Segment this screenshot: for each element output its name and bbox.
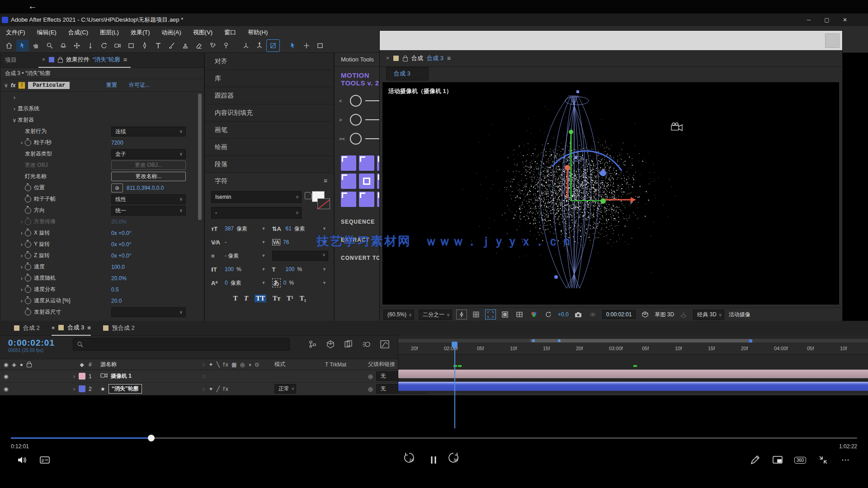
forward-30-button[interactable]: 30 bbox=[449, 453, 462, 467]
chevron-down-icon[interactable]: ▼ bbox=[322, 281, 326, 285]
camera-tool-tool-icon[interactable] bbox=[111, 40, 124, 52]
property-dropdown[interactable]: 盒子 bbox=[111, 149, 186, 159]
close-button[interactable]: ✕ bbox=[842, 17, 848, 23]
timeline-tab-合成 3[interactable]: ×合成 3≡ bbox=[52, 320, 91, 336]
visibility-eye-icon[interactable]: ◉ bbox=[4, 373, 8, 380]
property-value[interactable]: 0x +0.0° bbox=[111, 253, 132, 259]
region-of-interest-icon[interactable] bbox=[486, 310, 495, 319]
chevron-down-icon[interactable]: ▼ bbox=[262, 281, 266, 285]
clone-stamp-tool-icon[interactable] bbox=[179, 40, 192, 52]
seek-knob[interactable] bbox=[148, 435, 155, 441]
back-icon[interactable]: ← bbox=[28, 1, 37, 11]
chevron-right-icon[interactable]: › bbox=[19, 140, 25, 146]
dolly-camera-tool-icon[interactable] bbox=[84, 40, 97, 52]
effect-name[interactable]: Particular bbox=[28, 82, 70, 89]
home-tool-icon[interactable] bbox=[3, 40, 15, 52]
layer-name[interactable]: “消失”轮廓 bbox=[108, 384, 142, 394]
tab-内容识别填充[interactable]: 内容识别填充 bbox=[205, 104, 334, 122]
frame-blending-icon[interactable] bbox=[344, 340, 353, 350]
menu-item-7[interactable]: 窗口 bbox=[218, 26, 242, 39]
chevron-right-icon[interactable]: › bbox=[11, 106, 18, 112]
edit-pencil-icon[interactable] bbox=[748, 453, 762, 467]
motion-blur-icon[interactable] bbox=[362, 340, 371, 350]
exposure-value[interactable]: +0.0 bbox=[558, 311, 569, 318]
comp-tab-name[interactable]: 合成 3 bbox=[427, 54, 443, 62]
axis-world-tool-icon[interactable] bbox=[253, 40, 266, 52]
effect-row-速度分布[interactable]: ›速度分布0.5 bbox=[0, 284, 204, 295]
floating-window-titlebar[interactable] bbox=[380, 31, 842, 50]
marker-square[interactable] bbox=[749, 339, 752, 343]
tab-character[interactable]: 字符 ≡ bbox=[205, 173, 334, 188]
pan-camera-tool-icon[interactable] bbox=[71, 40, 83, 52]
close-icon[interactable]: × bbox=[52, 324, 55, 331]
chevron-down-icon[interactable]: ∨ bbox=[11, 117, 18, 123]
pickwhip-icon[interactable]: ◎ bbox=[368, 373, 373, 380]
ground-plane-icon[interactable] bbox=[679, 310, 689, 319]
trkmat-column[interactable]: T TrkMat bbox=[325, 361, 368, 368]
renderer-select[interactable]: 经典 3D bbox=[693, 310, 724, 320]
close-icon[interactable]: × bbox=[42, 56, 45, 63]
font-style-select[interactable]: - bbox=[211, 207, 302, 219]
transparency-grid-icon[interactable] bbox=[471, 310, 481, 319]
property-dropdown[interactable]: 统一 bbox=[111, 206, 186, 216]
effect-row-发射器尺寸[interactable]: 发射器尺寸 bbox=[0, 306, 204, 318]
license-link[interactable]: 许可证... bbox=[129, 81, 150, 89]
anchor-cell-0[interactable] bbox=[341, 155, 356, 171]
eraser-tool-icon[interactable] bbox=[193, 40, 205, 52]
picture-in-picture-icon[interactable] bbox=[771, 453, 784, 467]
panel-menu-icon[interactable]: ≡ bbox=[123, 56, 127, 63]
type-style-button-4[interactable]: T¹ bbox=[287, 295, 293, 302]
anchor-cell-6[interactable] bbox=[341, 192, 356, 207]
badge-360-icon[interactable]: 360 bbox=[793, 453, 807, 467]
layer-name[interactable]: 摄像机 1 bbox=[111, 372, 132, 380]
type-style-button-1[interactable]: T bbox=[244, 295, 248, 302]
view-layout-select[interactable]: 活动摄像 bbox=[729, 311, 750, 319]
roto-brush-tool-icon[interactable] bbox=[206, 40, 219, 52]
type-style-button-0[interactable]: T bbox=[233, 295, 238, 302]
anchor-cell-4[interactable] bbox=[359, 174, 374, 189]
type-tool-icon[interactable] bbox=[152, 40, 165, 52]
menu-item-0[interactable]: 文件(F) bbox=[0, 26, 31, 39]
stopwatch-icon[interactable] bbox=[25, 286, 31, 293]
tab-effect-controls[interactable]: × 效果控件 “消失”轮廓 ≡ bbox=[38, 52, 131, 68]
stopwatch-icon[interactable] bbox=[25, 298, 31, 304]
effect-row-粒子/秒[interactable]: ›粒子/秒7200 bbox=[0, 137, 204, 148]
viewer-timecode[interactable]: 0:00:02:01 bbox=[602, 310, 636, 319]
rectangle-tool-icon[interactable] bbox=[125, 40, 137, 52]
plus-tool-icon[interactable] bbox=[300, 40, 313, 52]
draft-3d-label[interactable]: 草图 3D bbox=[655, 311, 674, 319]
composition-flowchart-icon[interactable] bbox=[308, 340, 317, 350]
composition-viewer[interactable]: 活动摄像机（摄像机 1） bbox=[382, 82, 839, 305]
exit-fullscreen-icon[interactable] bbox=[816, 453, 830, 467]
effect-row-灯光名称[interactable]: 灯光名称更改名称... bbox=[0, 171, 204, 182]
menu-item-2[interactable]: 合成(C) bbox=[62, 26, 94, 39]
tab-画笔[interactable]: 画笔 bbox=[205, 122, 334, 139]
chevron-right-icon[interactable]: › bbox=[19, 230, 25, 236]
chevron-down-icon[interactable]: ▼ bbox=[322, 226, 326, 231]
property-value[interactable]: 100.0 bbox=[111, 264, 125, 270]
chevron-down-icon[interactable]: ▼ bbox=[262, 226, 266, 231]
menu-item-3[interactable]: 图层(L) bbox=[94, 26, 125, 39]
marker-dot[interactable] bbox=[558, 339, 561, 342]
effect-row-X 旋转[interactable]: ›X 旋转0x +0.0° bbox=[0, 227, 204, 239]
font-size-field[interactable]: тT 387 像素 ▼ bbox=[211, 223, 268, 234]
source-name-column[interactable]: 源名称 bbox=[100, 361, 202, 368]
stopwatch-icon[interactable] bbox=[25, 207, 31, 214]
layer-switches[interactable]: ◌ bbox=[202, 373, 274, 380]
composition-viewport[interactable] bbox=[383, 83, 839, 304]
menu-item-8[interactable]: 帮助(H) bbox=[242, 26, 274, 39]
property-value[interactable]: 0x +0.0° bbox=[111, 230, 132, 236]
stopwatch-icon[interactable] bbox=[25, 230, 31, 236]
axis-local-tool-icon[interactable] bbox=[240, 40, 252, 52]
keyframe-marker[interactable] bbox=[633, 365, 637, 367]
ease-knob[interactable] bbox=[350, 95, 362, 107]
resolution-select[interactable]: 二分之一 bbox=[419, 310, 452, 320]
rotate-tool-icon[interactable] bbox=[98, 40, 110, 52]
axis-view-tool-icon[interactable] bbox=[267, 40, 279, 52]
puppet-pin-tool-icon[interactable] bbox=[220, 40, 232, 52]
orbit-camera-tool-icon[interactable] bbox=[57, 40, 70, 52]
property-dropdown[interactable] bbox=[111, 307, 186, 317]
effect-row-方向[interactable]: 方向统一 bbox=[0, 205, 204, 216]
effect-row-发射行为[interactable]: 发射行为连续 bbox=[0, 126, 204, 137]
draft-3d-icon[interactable] bbox=[640, 310, 650, 319]
